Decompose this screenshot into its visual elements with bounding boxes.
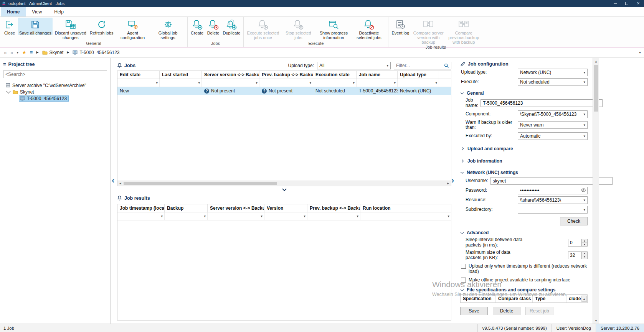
execute-select[interactable]: Not scheduled ▾ bbox=[518, 78, 588, 86]
save-button[interactable]: Save bbox=[460, 307, 488, 315]
jobs-filter-input[interactable] bbox=[396, 63, 444, 68]
column-header-specification[interactable]: Specification bbox=[461, 295, 496, 302]
tab-help[interactable]: Help bbox=[48, 7, 70, 16]
collapse-left-panel-handle[interactable]: ‹ bbox=[112, 176, 114, 185]
upload-type-filter-select[interactable]: All ▾ bbox=[317, 62, 391, 69]
ribbon-save-all-changes-button[interactable]: Save all changes bbox=[18, 18, 53, 35]
ribbon-discard-unsaved-changes-button[interactable]: Discard unsaved changes bbox=[53, 18, 88, 40]
max-packet-size-stepper[interactable]: ▲▼ bbox=[582, 251, 588, 259]
ribbon-close-button[interactable]: Close bbox=[2, 18, 17, 35]
minimize-button[interactable] bbox=[609, 0, 621, 7]
component-select[interactable]: \Skynet\T-5000_456456123 ▾ bbox=[518, 110, 588, 118]
stepper-up-icon[interactable]: ▲ bbox=[582, 252, 587, 256]
filter-upload-type[interactable]: ▾ bbox=[398, 79, 439, 87]
navigate-back-icon[interactable]: « bbox=[4, 49, 7, 56]
delete-button[interactable]: Delete bbox=[493, 307, 520, 315]
section-job-information[interactable]: Job information bbox=[461, 158, 588, 164]
column-header-prev-backup-backup[interactable]: Prev. backup <-> Backup bbox=[307, 204, 360, 212]
tab-view[interactable]: View bbox=[26, 7, 48, 16]
scrollbar-thumb[interactable] bbox=[124, 182, 277, 185]
project-tree-search-input[interactable] bbox=[3, 71, 107, 78]
stepper-down-icon[interactable]: ▼ bbox=[582, 243, 587, 246]
column-header-server-version-backup[interactable]: Server version <-> Backup bbox=[208, 204, 264, 212]
column-header-server-version-backup[interactable]: Server version <-> Backup bbox=[202, 71, 259, 79]
ribbon-duplicate-job-button[interactable]: Duplicate bbox=[222, 18, 242, 35]
history-dropdown-icon[interactable]: ▾ bbox=[17, 51, 19, 54]
job-name-input[interactable] bbox=[481, 99, 603, 107]
subdirectory-combo[interactable]: ▾ bbox=[518, 206, 588, 214]
spec-table-scroll-up-icon[interactable]: ▲ bbox=[581, 296, 587, 302]
ribbon-refresh-jobs-button[interactable]: Refresh jobs bbox=[89, 18, 115, 35]
tree-node-server-archive[interactable]: Server archive "C:\vdServerArchive" bbox=[3, 82, 107, 89]
collapse-right-panel-handle[interactable]: › bbox=[451, 176, 454, 185]
password-input[interactable] bbox=[518, 187, 588, 194]
breadcrumb-overflow-icon[interactable]: ▾ bbox=[639, 50, 641, 54]
scroll-up-icon[interactable]: ▲ bbox=[593, 58, 599, 64]
ribbon-agent-configuration-button[interactable]: Agent configuration bbox=[116, 18, 150, 40]
column-header-job-timestamp[interactable]: Job timestamp (local) bbox=[117, 204, 165, 212]
check-button[interactable]: Check bbox=[560, 217, 588, 225]
breadcrumb-item-skynet[interactable]: Skynet bbox=[42, 50, 64, 55]
column-header-job-name[interactable]: Job name bbox=[357, 71, 398, 79]
max-packet-size-input[interactable] bbox=[568, 251, 582, 259]
tab-home[interactable]: Home bbox=[1, 7, 26, 16]
section-advanced[interactable]: Advanced bbox=[461, 230, 588, 235]
filter-backup[interactable]: ▾ bbox=[165, 212, 208, 220]
column-header-compare-class[interactable]: Compare class bbox=[496, 295, 533, 302]
tree-node-skynet[interactable]: Skynet bbox=[3, 89, 107, 95]
section-upload-and-compare[interactable]: Upload and compare bbox=[461, 146, 588, 151]
jobs-filter-box[interactable] bbox=[394, 62, 451, 69]
column-header-last-started[interactable]: Last started bbox=[160, 71, 202, 79]
navigate-forward-icon[interactable]: » bbox=[10, 49, 13, 56]
section-file-specifications[interactable]: File specifications and compare settings bbox=[461, 287, 588, 293]
column-header-prev-backup-backup[interactable]: Prev. backup <-> Backup bbox=[259, 71, 313, 79]
column-header-edit-state[interactable]: Edit state bbox=[117, 71, 160, 79]
jobs-horizontal-scrollbar[interactable]: ◄ ► bbox=[117, 181, 451, 186]
scroll-right-icon[interactable]: ► bbox=[445, 182, 451, 185]
executed-by-select[interactable]: Automatic ▾ bbox=[518, 132, 588, 140]
filter-run-location[interactable]: ▾ bbox=[360, 212, 451, 220]
ribbon-event-log-button[interactable]: Event log bbox=[390, 18, 410, 35]
ribbon-deactivate-selected-jobs-button[interactable]: Deactivate selected jobs bbox=[352, 18, 386, 40]
offline-project-checkbox-row[interactable]: Make offline project available to script… bbox=[461, 277, 588, 283]
filter-prev-backup-backup[interactable]: ▾ bbox=[259, 79, 313, 87]
ribbon-delete-job-button[interactable]: Delete bbox=[206, 18, 221, 35]
tree-expander-icon[interactable] bbox=[6, 89, 10, 93]
view-list-icon[interactable]: ≡ bbox=[30, 49, 33, 55]
sleep-interval-stepper[interactable]: ▲▼ bbox=[582, 239, 588, 247]
filter-job-timestamp[interactable]: ▾ bbox=[117, 212, 165, 220]
column-header-exclude[interactable]: clude s ▲ bbox=[566, 295, 587, 302]
scroll-left-icon[interactable]: ◄ bbox=[117, 182, 123, 185]
scroll-down-icon[interactable]: ▼ bbox=[593, 317, 599, 324]
right-vertical-scrollbar[interactable]: ▲ ▼ bbox=[593, 58, 599, 324]
stepper-down-icon[interactable]: ▼ bbox=[582, 255, 587, 259]
column-header-upload-type[interactable]: Upload type bbox=[398, 71, 439, 79]
breadcrumb-item-component[interactable]: T-5000_456456123 bbox=[73, 50, 119, 55]
section-general[interactable]: General bbox=[461, 90, 588, 96]
checkbox-icon[interactable] bbox=[461, 278, 466, 283]
column-header-run-location[interactable]: Run location bbox=[360, 204, 451, 212]
column-header-type[interactable]: Type bbox=[533, 295, 566, 302]
ribbon-global-job-settings-button[interactable]: Global job settings bbox=[151, 18, 185, 40]
filter-edit-state[interactable]: ▾ bbox=[117, 79, 160, 87]
column-header-execution-state[interactable]: Execution state bbox=[313, 71, 357, 79]
ribbon-create-job-button[interactable]: Create bbox=[190, 18, 205, 35]
favorites-star-icon[interactable]: ★ bbox=[22, 49, 26, 55]
filter-prev-backup-backup[interactable]: ▾ bbox=[307, 212, 360, 220]
tree-node-component[interactable]: T-5000_456456123 bbox=[3, 95, 107, 102]
stepper-up-icon[interactable]: ▲ bbox=[582, 239, 587, 243]
panel-splitter[interactable] bbox=[117, 186, 451, 193]
ribbon-show-progress-information-button[interactable]: Show progress information bbox=[316, 18, 351, 40]
upload-type-select[interactable]: Network (UNC) ▾ bbox=[518, 69, 588, 76]
column-header-backup[interactable]: Backup bbox=[165, 204, 208, 212]
checkbox-icon[interactable] bbox=[461, 264, 466, 269]
upload-only-timestamp-checkbox-row[interactable]: Upload only when timestamp is different … bbox=[461, 263, 588, 274]
section-network-unc-settings[interactable]: Network (UNC) settings bbox=[461, 170, 588, 175]
filter-server-version-backup[interactable]: ▾ bbox=[202, 79, 259, 87]
jobs-table-row[interactable]: New ? Not present ? Not present Not sche… bbox=[117, 87, 451, 95]
warn-backup-older-select[interactable]: Never warn ▾ bbox=[518, 121, 588, 129]
column-header-version[interactable]: Version bbox=[264, 204, 307, 212]
close-window-button[interactable]: × bbox=[632, 0, 644, 7]
filter-server-version-backup[interactable]: ▾ bbox=[208, 212, 264, 220]
filter-job-name[interactable]: ▾ bbox=[357, 79, 398, 87]
